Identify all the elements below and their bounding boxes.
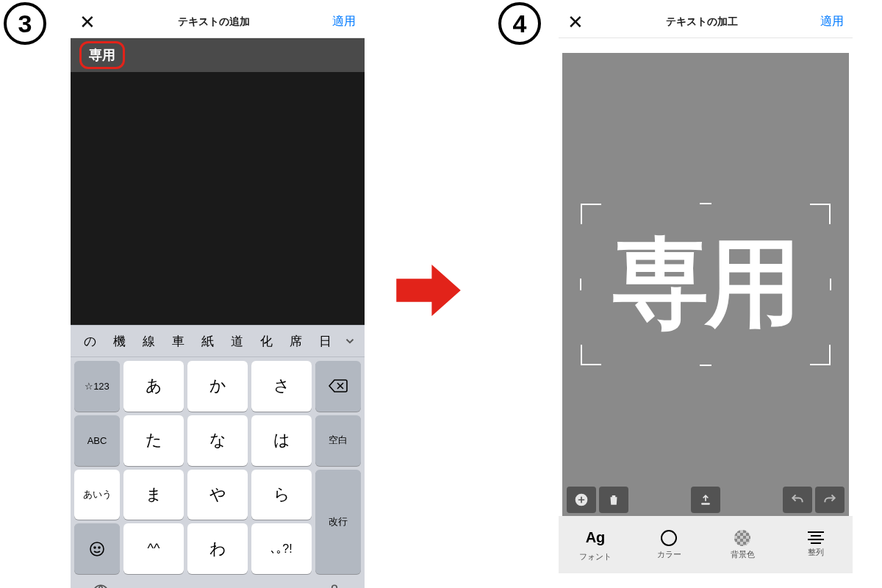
bgcolor-label: 背景色 — [731, 549, 755, 560]
kana-key[interactable]: ら — [251, 470, 312, 520]
microphone-icon[interactable] — [325, 583, 344, 588]
resize-handle-right[interactable] — [830, 279, 831, 290]
kana-key[interactable]: さ — [251, 361, 312, 412]
resize-handle-tr[interactable] — [810, 204, 831, 224]
text-style-canvas[interactable]: 専用 — [562, 53, 849, 516]
kana-key[interactable]: あ — [123, 361, 184, 412]
keyboard-up-button[interactable] — [691, 487, 720, 513]
svg-marker-0 — [396, 265, 461, 316]
align-tab[interactable]: 整列 — [786, 531, 845, 558]
step-badge-3: 3 — [4, 2, 46, 45]
suggestion-item[interactable]: 席 — [281, 333, 310, 350]
kana-key[interactable]: わ — [187, 523, 248, 574]
enter-key[interactable]: 改行 — [315, 470, 361, 575]
svg-point-3 — [90, 542, 104, 556]
text-input-strip[interactable]: 専用 — [71, 38, 365, 72]
step-badge-4: 4 — [498, 2, 541, 45]
resize-handle-bottom[interactable] — [700, 365, 711, 366]
suggestion-item[interactable]: の — [75, 333, 104, 350]
svg-point-4 — [94, 547, 96, 548]
kana-keyboard: ☆123 あ か さ ABC た な は 空白 あいう ま や ら 改行 ^^ … — [71, 357, 365, 578]
keyboard-bottom-bar — [71, 578, 365, 588]
apply-button[interactable]: 適用 — [332, 14, 356, 29]
bgcolor-tab[interactable]: 背景色 — [713, 530, 772, 560]
space-key[interactable]: 空白 — [315, 415, 361, 466]
phone-screen-step3: ✕ テキストの追加 適用 専用 の 機 線 車 紙 道 化 席 日 ☆123 あ… — [71, 6, 365, 579]
close-icon[interactable]: ✕ — [79, 12, 96, 32]
svg-rect-7 — [332, 585, 337, 588]
delete-button[interactable] — [599, 487, 628, 513]
resize-handle-br[interactable] — [810, 345, 831, 365]
undo-button[interactable] — [783, 487, 812, 513]
checker-circle-icon — [734, 530, 750, 546]
chevron-down-icon[interactable] — [340, 334, 360, 348]
resize-handle-tl[interactable] — [581, 204, 601, 224]
suggestion-item[interactable]: 車 — [163, 333, 193, 350]
selection-frame[interactable]: 専用 — [581, 204, 831, 365]
close-icon[interactable]: ✕ — [567, 12, 584, 32]
suggestion-item[interactable]: 化 — [251, 333, 281, 350]
page-title: テキストの追加 — [178, 15, 250, 29]
globe-icon[interactable] — [91, 583, 110, 588]
align-label: 整列 — [808, 547, 824, 558]
emoji-key[interactable] — [74, 523, 120, 574]
canvas-text: 専用 — [613, 220, 798, 349]
redo-button[interactable] — [815, 487, 845, 513]
color-label: カラー — [657, 549, 681, 560]
key-kana-toggle[interactable]: あいう — [74, 470, 120, 520]
resize-handle-top[interactable] — [700, 203, 711, 204]
svg-point-5 — [98, 547, 100, 548]
suggestion-item[interactable]: 機 — [104, 333, 134, 350]
circle-outline-icon — [661, 530, 677, 546]
kana-key[interactable]: ま — [123, 470, 184, 520]
suggestion-item[interactable]: 日 — [310, 333, 340, 350]
suggestion-item[interactable]: 線 — [134, 333, 163, 350]
kana-key[interactable]: や — [187, 470, 248, 520]
format-bar: Ag フォント カラー 背景色 整列 — [559, 516, 853, 573]
kana-key[interactable]: か — [187, 361, 248, 412]
kana-key[interactable]: ^^ — [123, 523, 184, 574]
resize-handle-bl[interactable] — [581, 345, 601, 365]
suggestion-item[interactable]: 道 — [222, 333, 251, 350]
page-title: テキストの加工 — [666, 15, 738, 29]
backspace-key[interactable] — [315, 361, 361, 412]
phone-screen-step4: ✕ テキストの加工 適用 専用 — [559, 6, 853, 579]
topbar: ✕ テキストの加工 適用 — [559, 6, 853, 38]
apply-button[interactable]: 適用 — [820, 14, 844, 29]
suggestion-item[interactable]: 紙 — [193, 333, 222, 350]
font-label: フォント — [579, 551, 612, 562]
resize-handle-left[interactable] — [580, 279, 581, 290]
align-center-icon — [808, 531, 824, 544]
key-abc[interactable]: ABC — [74, 415, 120, 466]
font-icon: Ag — [585, 528, 606, 548]
topbar: ✕ テキストの追加 適用 — [71, 6, 365, 38]
svg-rect-9 — [701, 503, 710, 505]
text-canvas[interactable]: 専用 — [71, 38, 365, 325]
kana-key[interactable]: た — [123, 415, 184, 466]
add-button[interactable] — [567, 487, 596, 513]
canvas-toolbar — [562, 484, 849, 516]
next-arrow-icon — [395, 265, 462, 316]
kana-key[interactable]: ､｡?! — [251, 523, 312, 574]
kana-key[interactable]: は — [251, 415, 312, 466]
color-tab[interactable]: カラー — [639, 530, 698, 560]
key-numsym[interactable]: ☆123 — [74, 361, 120, 412]
kana-key[interactable]: な — [187, 415, 248, 466]
font-tab[interactable]: Ag フォント — [566, 528, 625, 562]
entered-text-highlight: 専用 — [79, 41, 125, 69]
keyboard-suggestion-bar: の 機 線 車 紙 道 化 席 日 — [71, 325, 365, 357]
